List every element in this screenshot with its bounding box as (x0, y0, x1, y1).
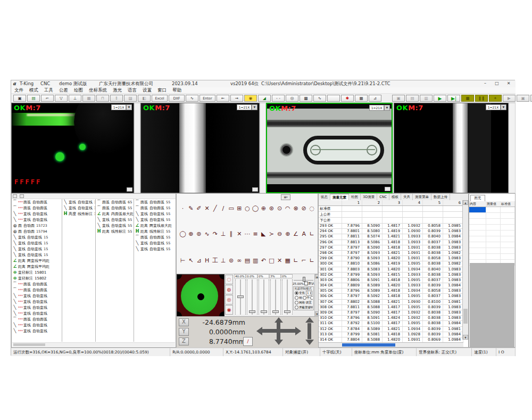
camera2-resize-grip[interactable] (252, 187, 258, 192)
measure-tool-icon[interactable]: ▭ (227, 205, 235, 212)
list-item[interactable]: ╲直线自动直线15 (12, 246, 62, 252)
list-item[interactable]: ⌒圆弧自动圆弧55 (96, 205, 134, 211)
save-button[interactable]: ▣ (13, 95, 26, 102)
play2-button[interactable]: ▶ (503, 95, 516, 102)
table-row[interactable]: 300 OK7.88108.50861.48191.09350.80381.09… (319, 261, 463, 267)
save2-button[interactable]: ▣ (392, 95, 405, 102)
menu-item[interactable]: 绘图 (74, 87, 83, 94)
table-row[interactable]: 311 OK7.87928.51001.48171.09350.80381.09… (319, 321, 463, 326)
table-vscrollbar[interactable]: ▲ ▼ (462, 200, 468, 340)
camera-scrollbar-strip[interactable] (509, 103, 516, 193)
slider-track[interactable] (259, 279, 269, 315)
table-row[interactable]: 307 OK7.88028.50881.48211.09300.81001.09… (319, 300, 463, 305)
list-item[interactable]: ⌒***圆弧自动圆弧 (12, 316, 62, 322)
list-tool-button[interactable] (13, 194, 17, 198)
list-item[interactable]: ⌒***圆弧自动圆弧 (12, 287, 62, 293)
primitive-row[interactable] (469, 242, 515, 248)
list-item[interactable]: ╲***直线自动直线 (12, 217, 62, 223)
table-row[interactable]: 313 OK7.87998.50811.48181.09280.80391.09… (319, 332, 463, 337)
tab-数据上传[interactable]: 数据上传 (431, 194, 450, 200)
measure-tool-icon[interactable]: · (179, 205, 187, 212)
slider-thumb[interactable] (284, 310, 290, 313)
primitive-tab[interactable]: 图元 (470, 195, 485, 201)
measure-tool-icon[interactable]: ◠ (284, 205, 292, 212)
ring-light-center[interactable] (197, 293, 204, 300)
tab-绘图[interactable]: 绘图 (349, 194, 361, 200)
half-tool-button[interactable]: ◧ (138, 95, 151, 102)
menu-item[interactable]: 坐标系统 (89, 87, 107, 94)
list-item[interactable]: ⌒圆弧自动圆弧55 (134, 199, 176, 205)
measure-tool-icon[interactable]: ▤ (243, 257, 251, 264)
table-row[interactable]: 295 OK7.88118.50741.48211.09330.80401.09… (319, 234, 463, 240)
tab-夹具[interactable]: 夹具 (401, 194, 413, 200)
table-row[interactable]: 308 OK7.88118.50881.48171.09350.80391.09… (319, 305, 463, 310)
enter-button[interactable]: Enter (200, 95, 215, 102)
mask-keys-radio[interactable] (295, 306, 298, 309)
table-row[interactable]: 306 OK7.87978.50921.48181.09350.80371.09… (319, 294, 463, 299)
list-item[interactable]: ∠距离两直线平均距 (12, 258, 62, 263)
gray-tool-button[interactable]: ▨ (124, 95, 137, 102)
table-row[interactable]: 303 OK7.88068.50911.48181.09350.80371.09… (319, 278, 463, 283)
menu-item[interactable]: 公差 (59, 87, 68, 94)
list-item[interactable]: ╲***直线自动直线 (12, 328, 62, 334)
camera1-zoom-select[interactable]: 1=21X (111, 104, 126, 110)
menu-item[interactable]: 模式 (29, 87, 38, 94)
tab-状态[interactable]: 状态 (319, 194, 330, 200)
xy-jog-control[interactable] (256, 324, 301, 338)
primitive-row[interactable] (469, 236, 515, 242)
camera-view-3-selected[interactable]: OKM:7 1=21X▼ (266, 103, 393, 193)
camera1-zoom-dropdown-icon[interactable]: ▼ (126, 104, 132, 110)
list-item[interactable]: ╲直线自动直线34 (62, 205, 95, 211)
measure-tool-icon[interactable]: ▥ (252, 257, 260, 264)
probe-edge-button[interactable]: ⊥ (69, 95, 81, 102)
measure-tool-icon[interactable]: ↶ (260, 257, 268, 264)
measure-tool-icon[interactable]: ⊘ (300, 205, 308, 212)
camera-scrollbar-strip[interactable] (260, 103, 266, 193)
run-button[interactable]: ✦ (489, 95, 502, 102)
measure-tool-icon[interactable]: ⊛ (268, 205, 276, 212)
measure-tool-icon[interactable]: ◯ (252, 205, 260, 212)
updown-button[interactable]: ↕ (110, 95, 123, 102)
list-item[interactable]: ╲***直线自动直线 (12, 310, 62, 316)
spec-row[interactable]: 标准值 (319, 206, 463, 212)
tab-测量菜单[interactable]: 测量菜单 (413, 194, 431, 200)
measure-tool-icon[interactable]: ⊞ (235, 205, 243, 212)
light-channel-slider[interactable]: 0% (257, 274, 269, 317)
list-item[interactable]: ⊖直径标注15801 (12, 269, 62, 275)
table-row[interactable]: 299 OK7.87908.50931.48201.09310.80581.09… (319, 256, 463, 261)
list-item[interactable]: ⌒***圆弧自动圆弧 (12, 281, 62, 287)
list-item[interactable]: ∠距离两直线平均距 (12, 263, 62, 269)
measure-tool-icon[interactable]: ⊕ (260, 205, 268, 212)
camera3-resize-grip[interactable] (385, 187, 390, 191)
primitive-row[interactable] (469, 219, 515, 225)
table-row[interactable]: 312 OK7.87848.50891.48211.09340.80391.09… (319, 327, 463, 332)
measure-tool-icon[interactable]: ↖ (187, 257, 195, 264)
list-item[interactable]: ╲直线自动直线55 (134, 240, 176, 246)
list-item[interactable]: H高度线性标注34 (62, 211, 95, 217)
camera4-zoom-dropdown-icon[interactable]: ▼ (501, 104, 506, 110)
measure-tool-icon[interactable]: / (219, 205, 227, 212)
level-weak-radio[interactable] (295, 296, 298, 300)
menu-item[interactable]: 帮助 (172, 87, 181, 94)
measure-tool-icon[interactable]: ✕ (276, 257, 284, 264)
disabled-tool-button[interactable]: ▦ (82, 95, 95, 102)
camera-scrollbar-strip[interactable] (134, 103, 140, 193)
list-item[interactable]: ╲直线自动直线34 (62, 199, 95, 205)
slider-thumb[interactable] (249, 310, 255, 313)
table-row[interactable]: 296 OK7.88138.50861.48181.09330.80371.09… (319, 240, 463, 245)
diagonal-move-button[interactable]: ∕ (243, 337, 253, 346)
level-strong-radio[interactable] (310, 296, 313, 300)
list-item[interactable]: ⌒圆弧自动圆弧55 (134, 234, 176, 240)
menu-item[interactable]: 激光 (113, 87, 122, 94)
list-item[interactable]: ╲直线自动直线15 (12, 234, 62, 240)
menu-item[interactable]: 窗口 (157, 87, 167, 94)
print-button[interactable]: ▤ (406, 95, 419, 102)
table-row[interactable]: 304 OK7.88098.50891.48201.09330.80391.09… (319, 283, 463, 289)
slider-thumb[interactable] (303, 277, 305, 282)
slider-track[interactable] (235, 279, 246, 315)
menu-item[interactable]: 工具 (44, 87, 53, 94)
list-item[interactable]: ╲直线自动直线15 (12, 252, 62, 258)
menu-item[interactable]: 设置 (143, 87, 152, 94)
light-channel-slider[interactable]: 0% (281, 274, 293, 317)
measure-tool-icon[interactable]: ∟ (308, 257, 316, 264)
